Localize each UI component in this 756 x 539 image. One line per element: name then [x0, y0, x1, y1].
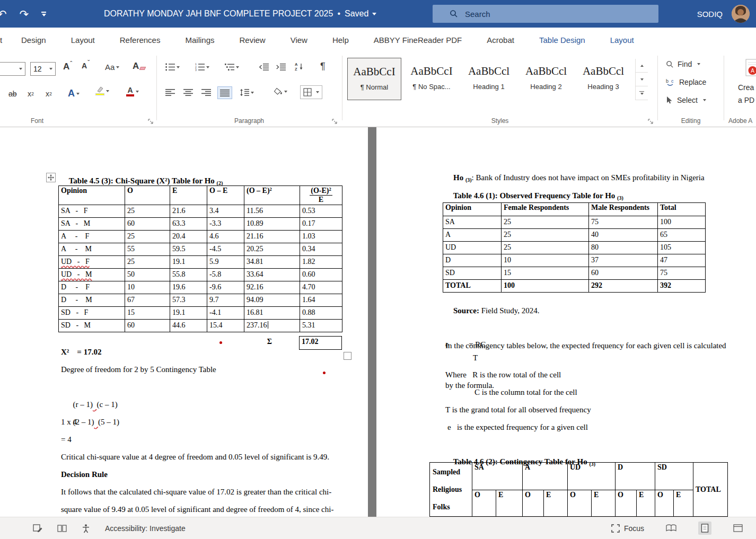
font-color-button[interactable]: A	[126, 86, 139, 96]
formula-line-2[interactable]: T	[473, 354, 478, 363]
table-cell[interactable]: 21.6	[170, 205, 207, 218]
table-cell[interactable]: 15	[125, 307, 170, 320]
proofing-status-icon[interactable]	[33, 524, 43, 533]
document-title[interactable]: DORATHY MONDAY JAH BNF COMPLETE PROJECT …	[104, 9, 376, 19]
table-cell[interactable]: 25	[502, 216, 589, 229]
column-header[interactable]: O – E	[207, 186, 244, 205]
style-heading-3[interactable]: AaBbCcl Heading 3	[576, 58, 630, 100]
table-cell[interactable]: TOTAL	[693, 463, 728, 517]
table-cell[interactable]: -4.5	[207, 243, 244, 256]
table-cell[interactable]: 59.5	[170, 243, 207, 256]
document-line[interactable]: X² = 17.02	[61, 343, 333, 361]
where-line[interactable]: e is the expected frequency for a given …	[447, 423, 588, 432]
table-cell[interactable]: 25	[502, 229, 589, 242]
tab-table-layout[interactable]: Layout	[610, 36, 634, 45]
column-header[interactable]: (O-E)² E	[300, 186, 342, 205]
table-cell[interactable]: 19.1	[170, 307, 207, 320]
shrink-font-button[interactable]: Aˇ	[82, 61, 90, 70]
table-cell[interactable]: 60	[125, 320, 170, 332]
font-name-combobox[interactable]: oma	[0, 62, 25, 76]
table-cell[interactable]: 25	[502, 242, 589, 254]
table-cell[interactable]: 75	[658, 267, 706, 280]
table-cell[interactable]: SA - F	[59, 205, 125, 218]
table-move-handle[interactable]	[46, 173, 56, 182]
search-input[interactable]: Search	[433, 5, 658, 23]
table-cell[interactable]: 1.64	[300, 294, 342, 307]
table-cell[interactable]: 15	[502, 267, 589, 280]
style-no-spacing[interactable]: AaBbCcI ¶ No Spac...	[405, 58, 459, 100]
table-cell[interactable]: SD - F	[59, 307, 125, 320]
column-header[interactable]: Male Respondents	[589, 203, 658, 216]
borders-button[interactable]	[300, 85, 322, 99]
table-cell[interactable]: SD	[655, 463, 693, 490]
column-header[interactable]: Opinion	[59, 186, 125, 205]
table-cell[interactable]: 60	[589, 267, 658, 280]
column-header[interactable]: (O – E)²	[244, 186, 300, 205]
table-cell[interactable]: 292	[589, 280, 658, 293]
table-cell[interactable]: 0.34	[300, 243, 342, 256]
styles-gallery-more-button[interactable]	[636, 86, 648, 100]
table-cell[interactable]: E	[674, 490, 693, 517]
table-cell[interactable]: 10.89	[244, 218, 300, 231]
table-cell[interactable]: 92.16	[244, 281, 300, 294]
decision-rule-heading[interactable]: Decision Rule	[61, 466, 333, 483]
tab-references[interactable]: References	[120, 36, 161, 45]
table-cell[interactable]: O	[523, 490, 544, 517]
table-cell[interactable]: D	[616, 463, 655, 490]
decrease-indent-button[interactable]	[259, 63, 269, 71]
table-cell[interactable]: Sampled Religious Folks	[430, 463, 472, 517]
align-center-button[interactable]	[183, 89, 193, 96]
style-heading-2[interactable]: AaBbCcl Heading 2	[519, 58, 573, 100]
pages-status-icon[interactable]	[57, 525, 67, 532]
table-cell[interactable]: 75	[589, 216, 658, 229]
styles-dialog-launcher-icon[interactable]	[648, 117, 654, 123]
table-cell[interactable]: SA - M	[59, 218, 125, 231]
table-cell[interactable]: 94.09	[244, 294, 300, 307]
change-case-button[interactable]: Aa	[105, 63, 119, 72]
table-cell[interactable]: UD - F	[59, 256, 125, 269]
where-line[interactable]: C is the column total for the cell	[474, 388, 577, 397]
table-cell[interactable]: A	[523, 463, 568, 490]
style-normal[interactable]: AaBbCcI ¶ Normal	[347, 58, 401, 100]
table-cell[interactable]: 37	[589, 254, 658, 267]
table-cell[interactable]: TOTAL	[443, 280, 502, 293]
table-cell[interactable]: 63.3	[170, 218, 207, 231]
table-cell[interactable]: E	[637, 490, 655, 517]
bullet-list-button[interactable]	[165, 63, 180, 71]
table-cell[interactable]: D	[443, 254, 502, 267]
table-cell[interactable]: 0.88	[300, 307, 342, 320]
text-effects-button[interactable]: A	[68, 88, 80, 99]
table-cell[interactable]: 3.4	[207, 205, 244, 218]
table-cell[interactable]: 105	[658, 242, 706, 254]
tab-mailings[interactable]: Mailings	[185, 36, 214, 45]
paragraph[interactable]: In the contingency tables below, the exp…	[445, 313, 726, 419]
table-cell[interactable]: 40	[589, 229, 658, 242]
tab-partial[interactable]: t	[0, 36, 4, 45]
tab-layout[interactable]: Layout	[71, 36, 95, 45]
table-cell[interactable]: UD	[443, 242, 502, 254]
table-cell[interactable]: -5.8	[207, 269, 244, 281]
show-formatting-marks-button[interactable]: ¶	[320, 61, 326, 72]
where-line[interactable]: T is the grand total for all observed fr…	[445, 405, 591, 414]
table-cell[interactable]: 19.6	[170, 281, 207, 294]
table-cell[interactable]: 5.31	[300, 320, 342, 332]
tab-review[interactable]: Review	[240, 36, 266, 45]
table-cell[interactable]: SD	[443, 267, 502, 280]
table-cell[interactable]: 25	[125, 256, 170, 269]
table-cell[interactable]: UD - M	[59, 269, 125, 281]
save-status[interactable]: Saved	[345, 9, 376, 19]
tab-view[interactable]: View	[291, 36, 307, 45]
table-cell[interactable]: 60	[125, 218, 170, 231]
table-cell[interactable]: 20.25	[244, 243, 300, 256]
table-cell[interactable]: 10	[125, 281, 170, 294]
table-cell[interactable]: 100	[658, 216, 706, 229]
document-line[interactable]: It follows that the calculated chi-squar…	[61, 483, 333, 501]
create-pdf-label-line2[interactable]: a PD	[738, 96, 754, 104]
table-cell[interactable]: 16.81	[244, 307, 300, 320]
table-cell[interactable]: -3.3	[207, 218, 244, 231]
table-cell[interactable]: 15.4	[207, 320, 244, 332]
focus-mode-button[interactable]: Focus	[611, 524, 644, 533]
table-cell[interactable]: 1.82	[300, 256, 342, 269]
tab-abbyy-finereader[interactable]: ABBYY FineReader PDF	[374, 36, 462, 45]
table-cell[interactable]: 55	[125, 243, 170, 256]
